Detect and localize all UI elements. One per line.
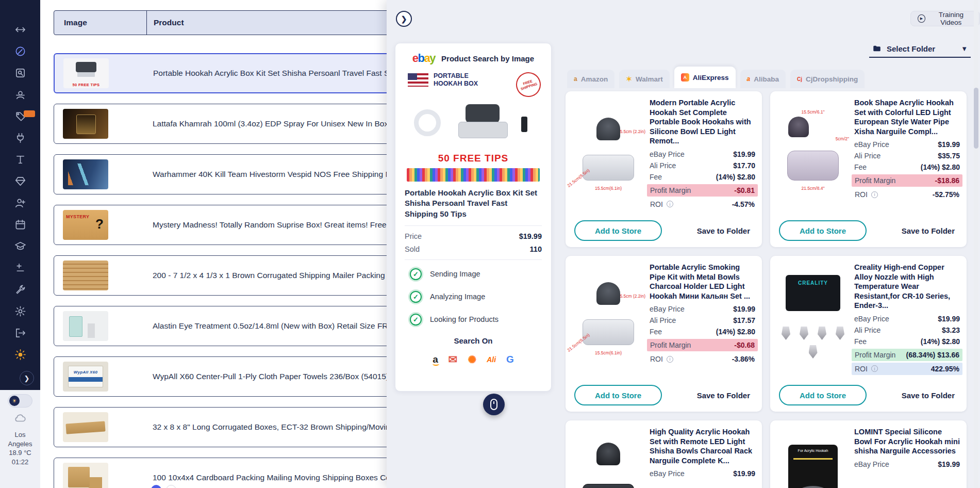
connector-icon[interactable] <box>12 130 28 145</box>
tab-label: Amazon <box>581 75 608 83</box>
step-analyzing-image: ✓Analyzing Image <box>410 291 542 303</box>
hookah-base <box>583 484 635 488</box>
tab-alibaba[interactable]: aAlibaba <box>740 70 786 88</box>
searched-product-title: Portable Hookah Acrylic Box Kit Set Shis… <box>405 188 542 219</box>
box-label: For Acrylic Hookah <box>798 449 828 452</box>
width-measure-icon[interactable] <box>12 22 28 37</box>
step-sending-image: ✓Sending Image <box>410 268 542 280</box>
notification-badge <box>24 110 35 117</box>
ebay-price-row: eBay Price$19.99 <box>854 313 960 324</box>
tab-aliexpress[interactable]: AAliExpress <box>674 67 736 88</box>
fee-label: Fee <box>854 337 867 346</box>
info-icon[interactable]: i <box>667 201 673 207</box>
table-row[interactable]: 32 x 8 x 8" Long Corrugated Boxes, ECT-3… <box>54 407 387 447</box>
save-to-folder-button[interactable]: Save to Folder <box>902 391 955 400</box>
weather-widget: Los Angeles 18.9 °C 01:22 <box>4 430 37 466</box>
result-card: 5.5cm (2.2in) 21.5cm(8.5in) 15.5cm(6.1in… <box>566 91 762 247</box>
tab-amazon[interactable]: aAmazon <box>567 70 614 88</box>
logout-icon[interactable] <box>12 325 28 340</box>
tab-label: AliExpress <box>693 74 729 82</box>
add-to-store-button[interactable]: Add to Store <box>574 385 662 405</box>
tab-walmart[interactable]: ✶Walmart <box>619 70 670 88</box>
google-icon[interactable]: G <box>506 353 514 366</box>
product-box: For Acrylic Hookah <box>788 445 837 488</box>
ali-price-value: $17.70 <box>733 161 755 170</box>
product-title: Lattafa Khamrah 100ml (3.4oz) EDP Spray … <box>153 119 387 128</box>
sun-icon[interactable] <box>12 347 28 362</box>
image-search-icon[interactable] <box>12 65 28 80</box>
tab-cjdropshipping[interactable]: CjCjDropshipping <box>790 70 865 88</box>
hookah-cap <box>466 104 500 123</box>
add-to-store-button[interactable]: Add to Store <box>779 385 867 405</box>
title-builder-icon[interactable] <box>12 152 28 167</box>
profile-add-icon[interactable] <box>12 195 28 210</box>
image-big-text: 50 FREE TIPS <box>405 153 542 164</box>
ebay-logo: ebay <box>412 52 435 65</box>
ali-price-value: $35.75 <box>938 152 960 160</box>
panel-collapse-chevron-icon[interactable]: ❯ <box>396 11 412 27</box>
mouse-icon <box>490 399 497 410</box>
ali-price-label: Ali Price <box>650 316 676 324</box>
table-row[interactable]: WypAll X60 WypAll X60 Center-Pull 1-Ply … <box>54 356 387 397</box>
table-row[interactable]: 50 FREE TIPS Portable Hookah Acrylic Box… <box>54 53 387 93</box>
cjdropshipping-icon: Cj <box>797 76 802 82</box>
training-videos-label: Training Videos <box>929 11 973 26</box>
web-search-icon[interactable]: ◎ <box>151 485 161 488</box>
ali-price-label: Ali Price <box>854 152 881 160</box>
product-thumbnail <box>63 159 108 189</box>
info-icon[interactable]: i <box>871 365 878 372</box>
table-row[interactable]: MYSTERY Mystery Madness! Totally Random … <box>54 205 387 245</box>
pen-logo-icon[interactable] <box>12 43 28 59</box>
ebay-price-value: $19.99 <box>733 150 755 158</box>
mail-icon[interactable]: ✉ <box>449 353 458 366</box>
save-to-folder-button[interactable]: Save to Folder <box>902 226 955 235</box>
ebay-price-value: $19.99 <box>938 140 960 149</box>
hookah-base <box>583 155 635 181</box>
nozzles <box>777 327 849 359</box>
product-thumbnail <box>63 463 108 488</box>
profit-calculator-icon[interactable] <box>12 260 28 275</box>
settings-gear-icon[interactable] <box>12 303 28 319</box>
table-row[interactable]: 100 10x4x4 Cardboard Packing Mailing Mov… <box>54 458 387 488</box>
info-icon[interactable]: i <box>871 191 878 198</box>
save-to-folder-button[interactable]: Save to Folder <box>697 391 750 400</box>
calendar-icon[interactable] <box>12 217 28 232</box>
aliexpress-icon[interactable]: ✺ <box>468 353 476 366</box>
table-row[interactable]: 200 - 7 1/2 x 4 1/3 x 1 Brown Corrugated… <box>54 255 387 296</box>
scrollbar-thumb[interactable] <box>974 88 978 149</box>
column-header-product: Product <box>146 11 387 35</box>
save-to-folder-button[interactable]: Save to Folder <box>697 226 750 235</box>
table-row[interactable]: Warhammer 40K Kill Team Hivestorm Vespid… <box>54 154 387 194</box>
table-row[interactable]: Lattafa Khamrah 100ml (3.4oz) EDP Spray … <box>54 104 387 144</box>
weather-city: Los Angeles <box>4 430 37 448</box>
add-to-store-button[interactable]: Add to Store <box>574 220 662 241</box>
result-card: 15.5cm/6.1" 5cm/2" 21.5cm/8.4" Book Shap… <box>770 91 967 247</box>
fee-row: Fee(14%) $2.80 <box>854 336 960 347</box>
remote-control <box>521 117 527 132</box>
info-icon[interactable]: i <box>667 356 673 363</box>
sold-label: Sold <box>405 245 420 253</box>
fee-label: Fee <box>650 173 662 181</box>
profit-margin-row: Profit Margin-$0.81 <box>647 184 758 197</box>
tools-icon[interactable] <box>12 282 28 297</box>
training-videos-button[interactable]: ▶ Training Videos <box>910 11 980 26</box>
scroll-mouse-button[interactable] <box>483 394 505 415</box>
table-row[interactable]: Alastin Eye Treatment 0.5oz/14.8ml (New … <box>54 306 387 346</box>
fee-value: (14%) $2.80 <box>716 328 755 336</box>
gems-icon[interactable] <box>12 173 28 189</box>
academy-icon[interactable] <box>12 238 28 254</box>
sidebar-expand-chevron-icon[interactable]: ❯ <box>20 371 34 385</box>
dimension-label: 15.5cm/6.1" <box>801 109 824 115</box>
alibaba-icon[interactable]: Ali <box>487 353 496 366</box>
tab-label: CjDropshipping <box>806 75 858 83</box>
fee-row: Fee(14%) $2.80 <box>854 161 960 173</box>
product-title: 100 10x4x4 Cardboard Packing Mailing Mov… <box>153 473 387 482</box>
add-to-store-button[interactable]: Add to Store <box>779 220 867 241</box>
roi-row: ROIi-3.86% <box>647 353 758 365</box>
select-folder-dropdown[interactable]: Select Folder ▼ <box>869 40 971 58</box>
amazon-icon[interactable]: a <box>166 485 176 488</box>
result-title: Book Shape Acrylic Hookah Set with Color… <box>854 98 960 136</box>
amazon-icon[interactable]: a <box>433 353 438 366</box>
privacy-mask-icon[interactable] <box>12 87 28 102</box>
theme-toggle[interactable]: ☀ <box>8 394 32 408</box>
